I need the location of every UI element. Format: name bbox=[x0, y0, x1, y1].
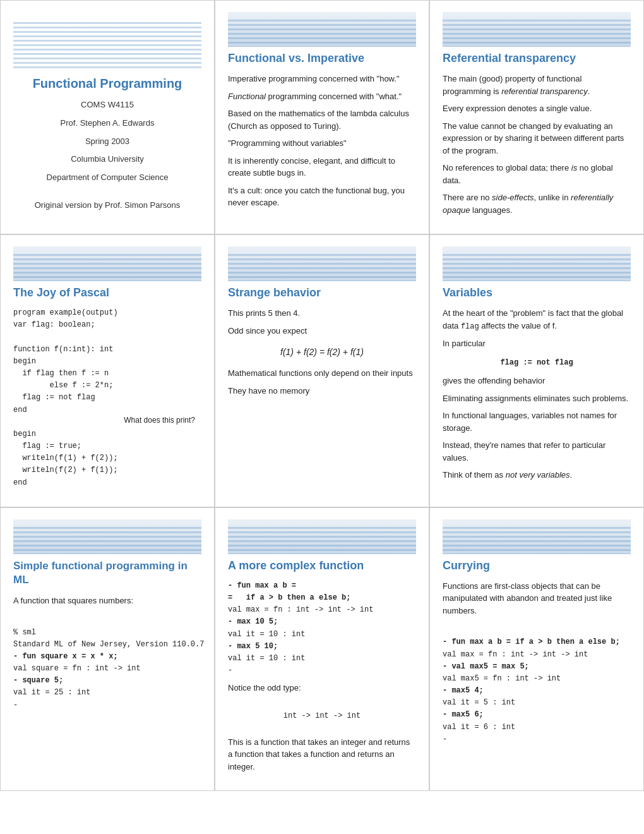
cell-currying: Currying Functions are first-class objec… bbox=[429, 507, 644, 792]
rt-p1: The main (good) property of functional p… bbox=[443, 73, 631, 97]
fvi-p2: Functional programming concerned with "w… bbox=[228, 90, 416, 103]
cell-functional-vs-imperative: Functional vs. Imperative Imperative pro… bbox=[215, 0, 429, 234]
main-title: Functional Programming bbox=[13, 76, 201, 91]
cell-referential-transparency: Referential transparency The main (good)… bbox=[429, 0, 644, 234]
side-note-what: What does this print? bbox=[124, 416, 195, 425]
original-version: Original version by Prof. Simon Parsons bbox=[13, 199, 201, 212]
rt-p4: No references to global data; there is n… bbox=[443, 162, 631, 186]
cf-code: - fun max a b = = if a > b then a else b… bbox=[228, 580, 416, 677]
fvi-p4: "Programming without variables" bbox=[228, 137, 416, 150]
math-expression: f(1) + f(2) = f(2) + f(1) bbox=[228, 347, 416, 357]
fvi-p5: It is inherently concise, elegant, and d… bbox=[228, 155, 416, 179]
section-title-c: Currying bbox=[443, 559, 631, 572]
cf-type: int -> int -> int bbox=[228, 709, 416, 722]
cell-functional-programming: Functional Programming COMS W4115 Prof. … bbox=[0, 0, 215, 234]
v-p1: At the heart of the "problem" is fact th… bbox=[443, 307, 631, 332]
cf-p1: Notice the odd type: bbox=[228, 682, 416, 694]
cell-strange-behavior: Strange behavior This prints 5 then 4. O… bbox=[215, 234, 429, 507]
cell-simple-ml: Simple functional programming in ML A fu… bbox=[0, 507, 215, 792]
section-title-cf: A more complex function bbox=[228, 559, 416, 572]
main-grid: Functional Programming COMS W4115 Prof. … bbox=[0, 0, 644, 791]
professor: Prof. Stephen A. Edwards bbox=[13, 117, 201, 130]
v-p3: gives the offending behavior bbox=[443, 375, 631, 387]
section-decoration-jp bbox=[13, 246, 201, 281]
cell-joy-of-pascal: The Joy of Pascal program example(output… bbox=[0, 234, 215, 507]
cf-p2: This is a function that takes an integer… bbox=[228, 736, 416, 773]
v-p5: In functional languages, variables not n… bbox=[443, 409, 631, 434]
section-title-sb: Strange behavior bbox=[228, 286, 416, 299]
section-title-sml: Simple functional programming in ML bbox=[13, 559, 201, 587]
course-code: COMS W4115 bbox=[13, 99, 201, 112]
section-decoration-rt bbox=[443, 12, 631, 47]
v-code-center: flag := not flag bbox=[443, 356, 631, 368]
sb-p3: Mathematical functions only depend on th… bbox=[228, 367, 416, 380]
v-p6: Instead, they're names that refer to par… bbox=[443, 439, 631, 464]
v-p2: In particular bbox=[443, 337, 631, 350]
university: Columbia University bbox=[13, 153, 201, 166]
section-decoration-sb bbox=[228, 246, 416, 281]
sb-p1: This prints 5 then 4. bbox=[228, 307, 416, 320]
cell-variables: Variables At the heart of the "problem" … bbox=[429, 234, 644, 507]
rt-p5: There are no side-effects, unlike in ref… bbox=[443, 191, 631, 216]
sb-p2: Odd since you expect bbox=[228, 325, 416, 337]
v-p4: Eliminating assignments eliminates such … bbox=[443, 392, 631, 405]
cell-complex-function: A more complex function - fun max a b = … bbox=[215, 507, 429, 792]
rt-p2: Every expression denotes a single value. bbox=[443, 102, 631, 115]
sml-p1: A function that squares numbers: bbox=[13, 595, 201, 607]
fvi-p1: Imperative programming concerned with "h… bbox=[228, 73, 416, 85]
title-decoration bbox=[13, 20, 201, 70]
section-title-jp: The Joy of Pascal bbox=[13, 286, 201, 299]
section-decoration-v bbox=[443, 246, 631, 281]
fvi-p3: Based on the mathematics of the lambda c… bbox=[228, 107, 416, 132]
sb-p4: They have no memory bbox=[228, 385, 416, 397]
section-title-v: Variables bbox=[443, 286, 631, 299]
section-decoration-cf bbox=[228, 519, 416, 554]
semester: Spring 2003 bbox=[13, 135, 201, 148]
c-p1: Functions are first-class objects that c… bbox=[443, 580, 631, 617]
rt-p3: The value cannot be changed by evaluatin… bbox=[443, 120, 631, 157]
section-title-fvi: Functional vs. Imperative bbox=[228, 52, 416, 65]
section-decoration-sml bbox=[13, 519, 201, 554]
section-decoration-c bbox=[443, 519, 631, 554]
c-code: - fun max a b = if a > b then a else b; … bbox=[443, 636, 631, 746]
sml-code: % sml Standard ML of New Jersey, Version… bbox=[13, 627, 201, 711]
v-p7: Think of them as not very variables. bbox=[443, 469, 631, 481]
department: Department of Computer Science bbox=[13, 171, 201, 184]
section-decoration bbox=[228, 12, 416, 47]
pascal-code: program example(output) var flag: boolea… bbox=[13, 307, 201, 489]
section-title-rt: Referential transparency bbox=[443, 52, 631, 65]
fvi-p6: It's a cult: once you catch the function… bbox=[228, 184, 416, 209]
